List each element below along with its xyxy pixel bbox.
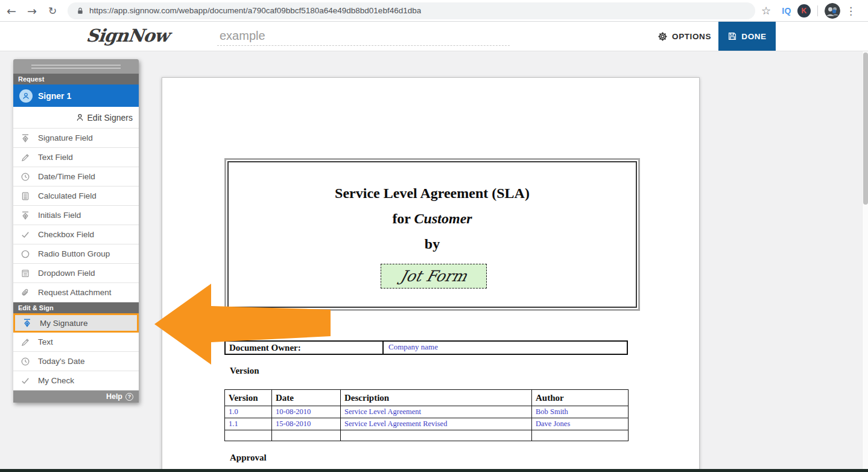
k-extension-icon[interactable]: K (797, 4, 811, 18)
scrollbar-track[interactable] (862, 51, 868, 469)
item-label: Request Attachment (38, 288, 112, 297)
customer-text: Customer (414, 211, 472, 226)
cell-version: 1.1 (225, 418, 272, 430)
back-icon[interactable]: ← (2, 2, 21, 20)
sidebar-item-radio-button-group[interactable]: Radio Button Group (13, 244, 139, 264)
sidebar-item-my-check[interactable]: My Check (13, 371, 139, 391)
item-label: Text Field (38, 153, 73, 162)
request-section-header: Request (13, 74, 139, 85)
gear-icon (657, 31, 668, 42)
sla-title-box: Service Level Agreement (SLA) for Custom… (224, 158, 640, 311)
col-header-version: Version (225, 390, 272, 406)
browser-actions: ☆ IQ K ⋮ (760, 3, 862, 19)
table-row: 1.1 15-08-2010 Service Level Agreement R… (225, 418, 629, 430)
pencil-icon (21, 153, 30, 162)
browser-toolbar: ← → ↻ https://app.signnow.com/webapp/doc… (0, 0, 868, 22)
item-label: My Check (38, 376, 74, 385)
save-icon (727, 31, 737, 41)
cell-version: 1.0 (225, 406, 272, 418)
sidebar-item-request-attachment[interactable]: Request Attachment (13, 283, 139, 302)
done-button[interactable]: DONE (718, 22, 776, 51)
padlock-icon (76, 7, 84, 15)
sidebar-drag-handle[interactable] (13, 59, 139, 74)
person-icon (75, 113, 84, 122)
signature-field-element[interactable]: Jot Form (381, 264, 487, 289)
sla-title-line1: Service Level Agreement (SLA) (229, 180, 636, 206)
nib-icon (21, 133, 30, 143)
forward-icon[interactable]: → (23, 2, 41, 20)
scrollbar-thumb[interactable] (863, 53, 868, 205)
bookmark-star-icon[interactable]: ☆ (761, 4, 771, 17)
signer-1-item[interactable]: Signer 1 (13, 85, 139, 107)
sidebar-item-initials-field[interactable]: Initials Field (13, 206, 139, 225)
sidebar-item-text-field[interactable]: Text Field (13, 148, 139, 167)
toolbar-divider (817, 5, 818, 16)
paperclip-icon (21, 288, 30, 298)
browser-menu-icon[interactable]: ⋮ (846, 5, 856, 17)
edit-signers-label: Edit Signers (87, 113, 133, 123)
nib-icon (21, 211, 30, 220)
refresh-icon[interactable]: ↻ (43, 2, 62, 20)
help-label: Help (106, 392, 122, 401)
col-header-description: Description (341, 390, 532, 406)
for-text: for (392, 211, 414, 226)
checkmark-icon (21, 230, 30, 240)
item-label: Date/Time Field (38, 172, 95, 181)
sla-title-line2: for Customer (229, 206, 636, 231)
sidebar-item-my-signature[interactable]: My Signature (13, 313, 139, 333)
cell-author: Dave Jones (532, 418, 629, 430)
col-header-date: Date (272, 390, 341, 406)
version-table: Version Date Description Author 1.0 10-0… (224, 389, 629, 441)
version-table-header-row: Version Date Description Author (225, 390, 629, 406)
item-label: Signature Field (38, 133, 93, 142)
sidebar-item-text[interactable]: Text (13, 333, 139, 352)
edit-signers-button[interactable]: Edit Signers (13, 107, 139, 129)
item-label: Checkbox Field (38, 230, 94, 239)
company-name-field[interactable]: Company name (384, 342, 627, 354)
cell-date: 10-08-2010 (272, 406, 341, 418)
options-label: OPTIONS (672, 32, 711, 41)
document-owner-table: Document Owner: Company name (224, 340, 628, 355)
document-title-input[interactable]: example (217, 28, 510, 46)
sidebar-item-signature-field[interactable]: Signature Field (13, 129, 139, 148)
url-text[interactable]: https://app.signnow.com/webapp/document/… (89, 6, 421, 15)
radio-circle-icon (21, 249, 30, 259)
window-bottom-edge (0, 469, 868, 472)
sidebar-item-calculated-field[interactable]: Calculated Field (13, 187, 139, 206)
app-header: SignNow example OPTIONS DONE (0, 22, 868, 51)
sla-title-box-inner: Service Level Agreement (SLA) for Custom… (227, 161, 637, 308)
profile-avatar[interactable] (825, 3, 840, 19)
cell-description: Service Level Agreement Revised (341, 418, 532, 430)
sidebar-item-dropdown-field[interactable]: Dropdown Field (13, 264, 139, 283)
pencil-icon (21, 337, 30, 347)
table-row: 1.0 10-08-2010 Service Level Agreement B… (225, 406, 629, 418)
version-heading: Version (230, 366, 259, 376)
signnow-logo: SignNow (85, 25, 170, 46)
sidebar-item-datetime-field[interactable]: Date/Time Field (13, 167, 139, 187)
item-label: Today's Date (38, 357, 85, 366)
edit-sign-section-header: Edit & Sign (13, 302, 139, 313)
item-label: Calculated Field (38, 191, 97, 200)
tools-sidebar: Request Signer 1 Edit Signers Signature … (13, 59, 139, 403)
calculator-icon (21, 191, 30, 201)
sla-title-line3: by (229, 231, 636, 257)
options-button[interactable]: OPTIONS (657, 22, 711, 51)
item-label: Dropdown Field (38, 269, 95, 278)
document-owner-label: Document Owner: (226, 342, 384, 354)
item-label: My Signature (40, 319, 88, 328)
signature-text: Jot Form (398, 267, 469, 285)
done-label: DONE (741, 32, 766, 41)
address-bar[interactable]: https://app.signnow.com/webapp/document/… (68, 2, 755, 19)
cell-date: 15-08-2010 (272, 418, 341, 430)
iq-extension-icon[interactable]: IQ (782, 6, 791, 16)
sidebar-item-checkbox-field[interactable]: Checkbox Field (13, 225, 139, 244)
question-mark-icon: ? (125, 393, 133, 401)
signnow-editor-window: ← → ↻ https://app.signnow.com/webapp/doc… (0, 0, 868, 472)
sidebar-item-todays-date[interactable]: Today's Date (13, 352, 139, 371)
col-header-author: Author (532, 390, 629, 406)
help-button[interactable]: Help ? (13, 391, 139, 403)
nib-icon (22, 318, 32, 328)
item-label: Radio Button Group (38, 249, 110, 258)
clock-icon (21, 357, 30, 366)
item-label: Initials Field (38, 211, 81, 220)
